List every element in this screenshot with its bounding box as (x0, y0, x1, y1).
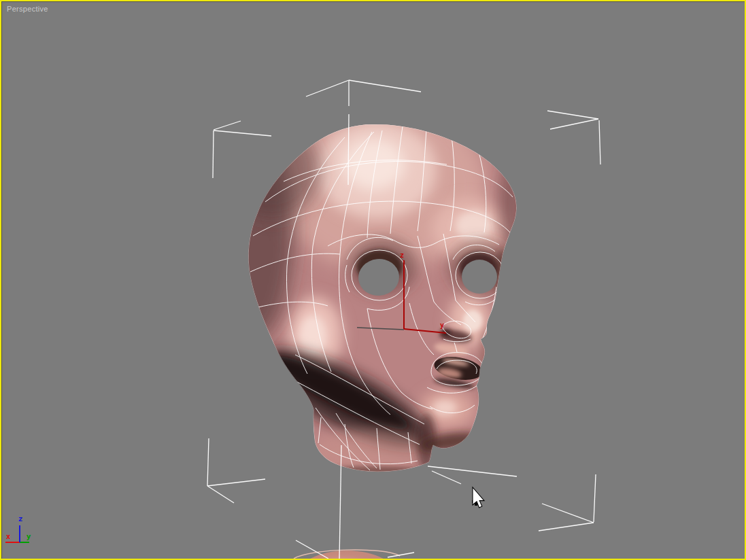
world-axis-tripod: x y z (5, 514, 31, 542)
nose (463, 310, 482, 332)
eye-hole-right (462, 260, 497, 294)
viewport-canvas[interactable]: z y x y z (1, 1, 745, 559)
viewport-label[interactable]: Perspective (7, 5, 48, 13)
bottom-object[interactable] (292, 550, 401, 559)
viewport-perspective[interactable]: z y x y z Perspective (0, 0, 746, 560)
world-axis-x-label: x (6, 532, 11, 541)
object-axis-y-label: y (440, 321, 444, 329)
world-axis-y-label: y (27, 532, 31, 541)
head-mesh[interactable] (209, 101, 524, 480)
world-axis-z-label: z (18, 514, 23, 523)
object-axis-z-label: z (400, 251, 404, 259)
cursor-arrow-icon (473, 487, 484, 508)
cursor-arrow-plus (472, 487, 484, 508)
